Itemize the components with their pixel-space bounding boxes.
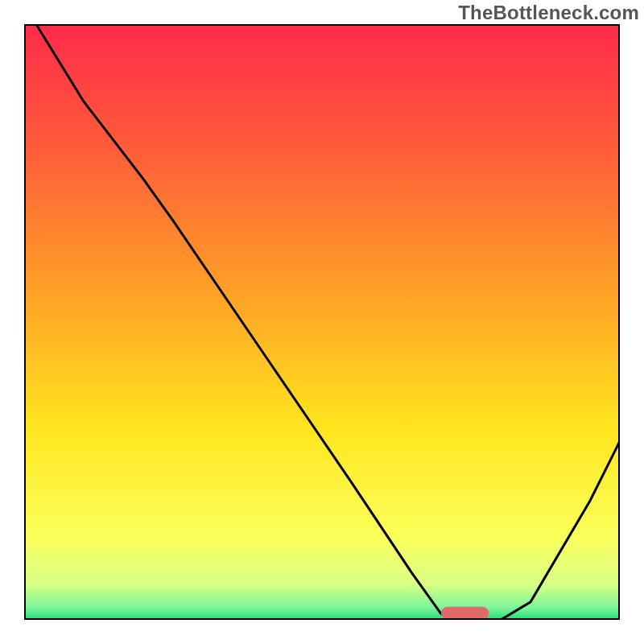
chart-svg <box>24 24 620 620</box>
gradient-background <box>24 24 620 620</box>
watermark-text: TheBottleneck.com <box>458 2 639 24</box>
optimal-marker <box>441 607 489 620</box>
chart-container: TheBottleneck.com <box>0 0 644 644</box>
plot-area <box>24 24 620 620</box>
